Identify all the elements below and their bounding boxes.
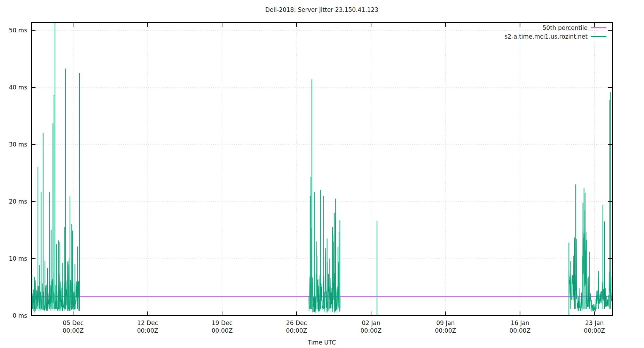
legend-label: s2-a.time.mci1.us.rozint.net [504,33,588,40]
x-tick-label-time: 00:00Z [361,327,382,334]
jitter-chart: Dell-2018: Server Jitter 23.150.41.123 0… [0,0,644,348]
x-axis-title: Time UTC [307,339,336,346]
x-tick-label-time: 00:00Z [435,327,456,334]
x-tick-label-date: 23 Jan [585,319,604,326]
legend-label: 50th percentile [543,24,588,31]
y-tick-label: 40 ms [9,84,28,91]
plot-border [31,23,612,316]
x-tick-label-date: 02 Jan [362,319,380,326]
x-tick-label-date: 05 Dec [63,319,84,326]
y-tick-label: 30 ms [9,141,28,148]
x-tick-label-time: 00:00Z [584,327,605,334]
x-tick-label-time: 00:00Z [286,327,307,334]
x-tick-label-date: 16 Jan [511,319,529,326]
x-tick-label-time: 00:00Z [212,327,233,334]
x-tick-label-date: 09 Jan [436,319,455,326]
x-tick-label-date: 26 Dec [286,319,307,326]
x-tick-label-date: 12 Dec [137,319,158,326]
x-tick-label-date: 19 Dec [212,319,233,326]
plot-canvas: 0 ms10 ms20 ms30 ms40 ms50 ms05 Dec00:00… [0,0,644,348]
y-tick-label: 50 ms [9,27,28,34]
y-tick-label: 0 ms [13,312,27,319]
y-tick-label: 10 ms [9,255,28,262]
x-tick-label-time: 00:00Z [137,327,158,334]
y-tick-label: 20 ms [9,198,28,205]
x-tick-label-time: 00:00Z [63,327,84,334]
x-tick-label-time: 00:00Z [509,327,531,334]
